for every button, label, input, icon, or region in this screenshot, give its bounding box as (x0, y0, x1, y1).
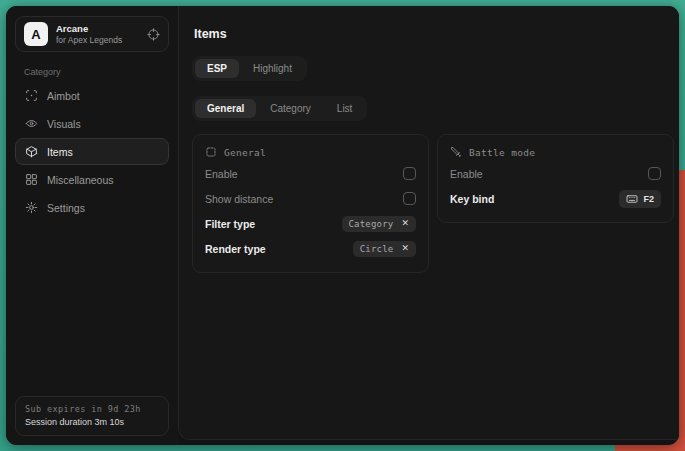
sidebar-category-label: Category (24, 67, 169, 77)
row-filter-type: Filter type Category ✕ (205, 211, 416, 236)
sidebar-item-label: Settings (47, 202, 85, 214)
eye-icon (25, 117, 38, 130)
session-duration-text: Session duration 3m 10s (25, 417, 159, 427)
main-content: Items ESP Highlight General Category Lis… (178, 6, 679, 440)
row-enable: Enable (205, 161, 416, 186)
sidebar-item-miscellaneous[interactable]: Miscellaneous (15, 166, 169, 193)
app-window: A Arcane for Apex Legends Category (6, 6, 679, 445)
gear-icon (25, 201, 38, 214)
sidebar-item-items[interactable]: Items (15, 138, 169, 165)
keyboard-icon (626, 193, 638, 205)
sidebar-item-label: Aimbot (47, 90, 80, 102)
row-label: Enable (205, 168, 238, 180)
desktop-background: A Arcane for Apex Legends Category (0, 0, 685, 451)
sidebar-nav: Aimbot Visuals (15, 82, 169, 221)
tab-highlight[interactable]: Highlight (241, 59, 304, 78)
row-label: Key bind (450, 193, 494, 205)
render-type-chip[interactable]: Circle ✕ (353, 241, 416, 257)
box-select-icon (205, 146, 217, 158)
tab-category[interactable]: Category (258, 99, 323, 118)
sub-expires-text: Sub expires in 9d 23h (25, 404, 159, 414)
sidebar-item-label: Items (47, 146, 73, 158)
show-distance-checkbox[interactable] (403, 192, 416, 205)
crosshair-icon[interactable] (147, 28, 160, 41)
row-battle-enable: Enable (450, 161, 661, 186)
mode-tab-group: ESP Highlight (192, 56, 307, 81)
general-panel: General Enable Show distance Filter type… (192, 134, 429, 273)
app-subtitle: for Apex Legends (56, 35, 122, 45)
sidebar: A Arcane for Apex Legends Category (6, 6, 178, 445)
filter-type-chip[interactable]: Category ✕ (342, 216, 417, 232)
sword-icon (450, 146, 462, 158)
remove-icon[interactable]: ✕ (401, 219, 409, 228)
brand-card: A Arcane for Apex Legends (15, 16, 169, 52)
row-label: Render type (205, 243, 266, 255)
package-icon (25, 145, 38, 158)
row-render-type: Render type Circle ✕ (205, 236, 416, 261)
keybind-badge[interactable]: F2 (619, 190, 661, 208)
tab-general[interactable]: General (195, 99, 256, 118)
sidebar-item-label: Visuals (47, 118, 81, 130)
sidebar-item-label: Miscellaneous (47, 174, 114, 186)
general-panel-header: General (205, 146, 416, 158)
chip-value: Circle (360, 244, 394, 254)
sidebar-item-visuals[interactable]: Visuals (15, 110, 169, 137)
panel-title: Battle mode (469, 147, 535, 158)
keybind-value: F2 (643, 194, 654, 204)
sidebar-item-aimbot[interactable]: Aimbot (15, 82, 169, 109)
page-title: Items (194, 27, 674, 41)
chip-value: Category (349, 219, 394, 229)
row-label: Enable (450, 168, 483, 180)
battle-mode-panel: Battle mode Enable Key bind (437, 134, 674, 223)
settings-panels: General Enable Show distance Filter type… (192, 134, 674, 273)
view-tab-group: General Category List (192, 96, 367, 121)
row-key-bind: Key bind F2 (450, 186, 661, 211)
grid-icon (25, 173, 38, 186)
row-label: Show distance (205, 193, 273, 205)
subscription-info-card: Sub expires in 9d 23h Session duration 3… (15, 396, 169, 436)
tab-esp[interactable]: ESP (195, 59, 239, 78)
app-logo: A (24, 22, 48, 46)
remove-icon[interactable]: ✕ (401, 244, 409, 253)
app-name: Arcane (56, 23, 122, 34)
panel-title: General (224, 147, 266, 158)
battle-mode-panel-header: Battle mode (450, 146, 661, 158)
battle-enable-checkbox[interactable] (648, 167, 661, 180)
row-label: Filter type (205, 218, 255, 230)
tab-list[interactable]: List (325, 99, 365, 118)
sidebar-item-settings[interactable]: Settings (15, 194, 169, 221)
focus-target-icon (25, 89, 38, 102)
brand-text: Arcane for Apex Legends (56, 23, 122, 45)
row-show-distance: Show distance (205, 186, 416, 211)
enable-checkbox[interactable] (403, 167, 416, 180)
